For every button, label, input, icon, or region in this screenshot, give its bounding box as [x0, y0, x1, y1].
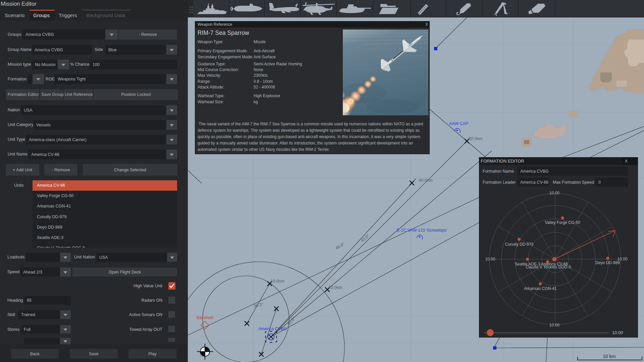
svg-text:20.0nm: 20.0nm	[328, 285, 342, 290]
svg-text:Conolly DD-979: Conolly DD-979	[505, 242, 534, 247]
svg-text:Deyo DD-989: Deyo DD-989	[595, 260, 620, 265]
svg-text:10.00: 10.00	[549, 191, 559, 195]
svg-text:Claude V. Rickets DDG-5: Claude V. Rickets DDG-5	[526, 265, 571, 269]
svg-text:10.0nm: 10.0nm	[270, 279, 284, 284]
svg-text:America CVBG: America CVBG	[258, 326, 287, 331]
svg-text:AAW CAP: AAW CAP	[449, 121, 468, 126]
svg-text:10.00: 10.00	[549, 323, 559, 327]
svg-text:10 km: 10 km	[603, 354, 615, 359]
svg-text:40.0nm: 40.0nm	[419, 178, 433, 183]
svg-text:E-2C VAW-123 'Screwtops': E-2C VAW-123 'Screwtops'	[397, 228, 447, 233]
svg-text:Valley Forge CG-50: Valley Forge CG-50	[545, 220, 580, 225]
svg-text:Barometr: Barometr	[197, 315, 214, 320]
svg-text:10.00: 10.00	[618, 257, 628, 261]
svg-text:10.00: 10.00	[485, 257, 495, 261]
svg-text:60.0nm: 60.0nm	[469, 136, 483, 141]
svg-text:Arkansas CGN-41: Arkansas CGN-41	[524, 286, 557, 291]
